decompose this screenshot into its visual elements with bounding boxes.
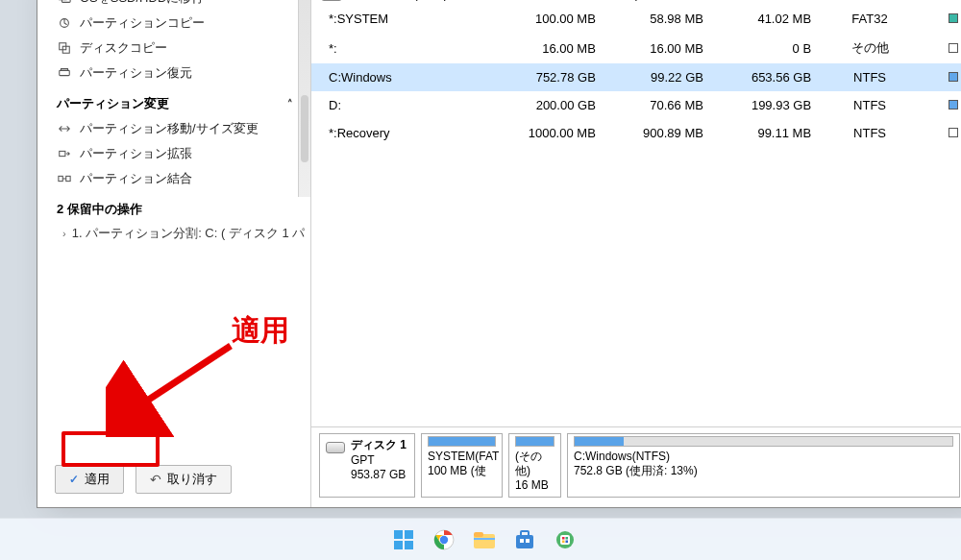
partition-total: 1000.00 MB bbox=[487, 119, 604, 147]
disk-map-partition[interactable]: SYSTEM(FAT 100 MB (使 bbox=[421, 433, 503, 498]
svg-rect-11 bbox=[394, 530, 403, 539]
main-panel: ディスク 1 (Wodposit NVMe SSD, GPT, 953.87 G… bbox=[311, 0, 961, 507]
dcopy-icon bbox=[57, 40, 72, 56]
svg-rect-7 bbox=[59, 176, 62, 181]
taskbar-app-icon[interactable] bbox=[552, 526, 579, 553]
partition-fs: その他 bbox=[821, 33, 919, 63]
partition-used: 900.89 MB bbox=[605, 119, 713, 147]
sidebar-item-change[interactable]: パーティション結合 bbox=[55, 166, 305, 191]
partition-row[interactable]: *:SYSTEM 100.00 MB 58.98 MB 41.02 MB FAT… bbox=[311, 5, 961, 33]
svg-rect-25 bbox=[560, 535, 570, 545]
partition-used: 99.22 GB bbox=[605, 63, 713, 91]
sidebar-item-label: パーティション結合 bbox=[80, 170, 192, 187]
taskbar bbox=[0, 518, 961, 560]
disk-map-partition[interactable]: C:Windows(NTFS) 752.8 GB (使用済: 13%) bbox=[567, 433, 960, 498]
sidebar-scrollbar-thumb[interactable] bbox=[301, 95, 308, 162]
partition-name: D: bbox=[311, 91, 487, 119]
map-part-sub: 100 MB (使 bbox=[428, 464, 496, 478]
partition-color bbox=[919, 91, 961, 119]
svg-rect-26 bbox=[562, 537, 565, 540]
partition-used: 58.98 MB bbox=[605, 5, 713, 33]
partition-name: *:Recovery bbox=[311, 119, 487, 147]
partition-fs: NTFS bbox=[821, 91, 919, 119]
map-part-title: C:Windows(NTFS) bbox=[574, 450, 953, 464]
svg-rect-6 bbox=[60, 151, 65, 156]
disk-map-size: 953.87 GB bbox=[351, 468, 407, 483]
undo-button-label: 取り消す bbox=[167, 471, 217, 488]
pending-operations-list: › 1. パーティション分割: C: ( ディスク 1 パー... bbox=[55, 222, 305, 245]
taskbar-chrome-icon[interactable] bbox=[431, 526, 457, 553]
partition-row[interactable]: *:Recovery 1000.00 MB 900.89 MB 99.11 MB… bbox=[311, 119, 961, 147]
svg-rect-22 bbox=[520, 539, 524, 543]
disk-map-partition[interactable]: (その他) 16 MB bbox=[508, 433, 561, 498]
disk-map-info[interactable]: ディスク 1 GPT 953.87 GB bbox=[319, 433, 415, 498]
disk-title-prefix: ディスク 1 bbox=[350, 0, 410, 1]
sidebar-item-label: パーティションコピー bbox=[80, 14, 205, 32]
chevron-right-icon: › bbox=[62, 228, 66, 239]
disk-map-label: ディスク 1 bbox=[351, 438, 407, 451]
pending-operation-item[interactable]: › 1. パーティション分割: C: ( ディスク 1 パー... bbox=[55, 222, 305, 245]
taskbar-store-icon[interactable] bbox=[511, 526, 538, 553]
sidebar-item-label: パーティション移動/サイズ変更 bbox=[80, 120, 259, 137]
taskbar-explorer-icon[interactable] bbox=[471, 526, 498, 553]
disk-title-suffix: (Wodposit NVMe SSD, GPT, 953.87 GB) bbox=[413, 0, 639, 1]
partition-total: 100.00 MB bbox=[487, 5, 604, 33]
partition-color bbox=[919, 63, 961, 91]
svg-rect-29 bbox=[566, 540, 569, 543]
partition-color bbox=[919, 5, 961, 33]
partition-free: 653.56 GB bbox=[713, 63, 821, 91]
sidebar: OSをSSD/HDDに移行 パーティションコピー ディスクコピー パーティション… bbox=[37, 0, 311, 507]
partition-fs: NTFS bbox=[821, 119, 919, 147]
map-part-title: SYSTEM(FAT bbox=[428, 450, 496, 464]
svg-rect-8 bbox=[66, 176, 70, 181]
sidebar-change-list: パーティション移動/サイズ変更 パーティション拡張 パーティション結合 bbox=[55, 116, 305, 191]
sidebar-group-partition-change[interactable]: パーティション変更 ˄ bbox=[55, 85, 305, 116]
pending-operations-title: 2 保留中の操作 bbox=[55, 191, 305, 222]
sidebar-item-wizard[interactable]: OSをSSD/HDDに移行 bbox=[55, 0, 305, 11]
partition-total: 752.78 GB bbox=[487, 63, 604, 91]
pcopy-icon bbox=[57, 15, 72, 31]
svg-rect-28 bbox=[562, 540, 565, 543]
sidebar-group-label: パーティション変更 bbox=[57, 95, 169, 112]
partition-row[interactable]: *: 16.00 MB 16.00 MB 0 B その他 bbox=[311, 33, 961, 63]
sidebar-item-change[interactable]: パーティション拡張 bbox=[55, 141, 305, 166]
sidebar-item-wizard[interactable]: パーティションコピー bbox=[55, 11, 305, 36]
partition-name: *:SYSTEM bbox=[311, 5, 487, 33]
svg-rect-12 bbox=[405, 530, 413, 539]
check-icon: ✓ bbox=[69, 473, 79, 486]
partition-free: 0 B bbox=[713, 33, 821, 63]
partition-row[interactable]: C:Windows 752.78 GB 99.22 GB 653.56 GB N… bbox=[311, 63, 961, 91]
sidebar-action-buttons: ✓ 適用 ↶ 取り消す bbox=[55, 461, 305, 499]
disk-title: ディスク 1 (Wodposit NVMe SSD, GPT, 953.87 G… bbox=[350, 0, 639, 3]
usage-bar bbox=[428, 436, 496, 447]
svg-point-16 bbox=[440, 535, 448, 543]
sidebar-item-wizard[interactable]: パーティション復元 bbox=[55, 61, 305, 85]
disk-map: ディスク 1 GPT 953.87 GB SYSTEM(FAT 100 MB (… bbox=[311, 426, 961, 507]
undo-button[interactable]: ↶ 取り消す bbox=[136, 465, 232, 494]
partition-used: 70.66 MB bbox=[605, 91, 713, 119]
undo-icon: ↶ bbox=[150, 472, 161, 487]
app-body: OSをSSD/HDDに移行 パーティションコピー ディスクコピー パーティション… bbox=[37, 0, 961, 507]
map-part-title: (その他) bbox=[515, 450, 554, 478]
svg-rect-1 bbox=[62, 0, 70, 2]
disk-map-type: GPT bbox=[351, 453, 407, 469]
partition-row[interactable]: D: 200.00 GB 70.66 MB 199.93 GB NTFS bbox=[311, 91, 961, 119]
partition-name: *: bbox=[311, 33, 487, 63]
prestore-icon bbox=[57, 65, 72, 81]
partition-free: 99.11 MB bbox=[713, 119, 821, 147]
taskbar-start-icon[interactable] bbox=[390, 526, 417, 553]
svg-rect-20 bbox=[516, 535, 533, 548]
apply-button[interactable]: ✓ 適用 bbox=[55, 465, 124, 494]
apply-button-label: 適用 bbox=[85, 471, 110, 488]
svg-rect-14 bbox=[405, 541, 413, 549]
map-part-sub: 16 MB bbox=[515, 478, 554, 493]
sidebar-item-change[interactable]: パーティション移動/サイズ変更 bbox=[55, 116, 305, 141]
sidebar-item-wizard[interactable]: ディスクコピー bbox=[55, 36, 305, 61]
svg-rect-21 bbox=[521, 531, 529, 536]
partition-total: 200.00 GB bbox=[487, 91, 604, 119]
partition-total: 16.00 MB bbox=[487, 33, 604, 63]
sidebar-item-label: パーティション拡張 bbox=[80, 145, 192, 162]
partition-color bbox=[919, 119, 961, 147]
svg-rect-5 bbox=[60, 70, 70, 75]
resize-icon bbox=[57, 121, 72, 136]
